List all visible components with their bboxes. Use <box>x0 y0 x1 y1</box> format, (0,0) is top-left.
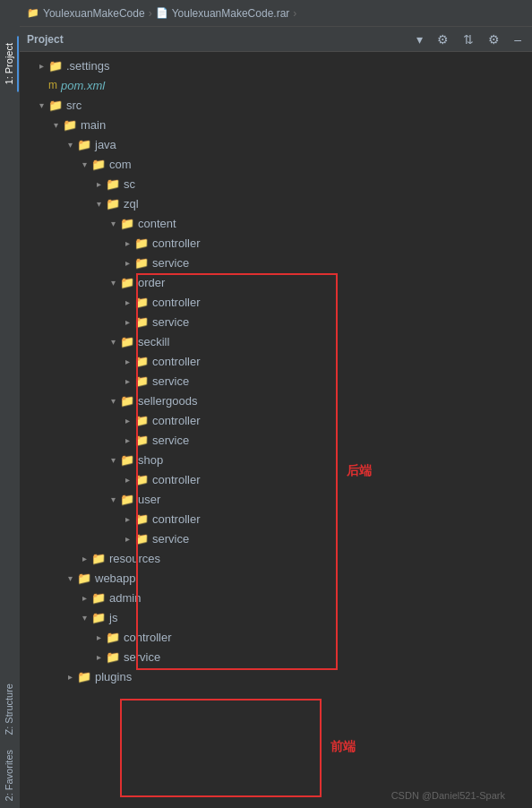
tree-item-admin[interactable]: 📁admin <box>20 588 532 607</box>
arrow-sellergoods-service <box>120 435 134 445</box>
tree-item-seckill-controller[interactable]: 📁controller <box>20 351 532 371</box>
folder-icon-sellergoods: 📁 <box>120 394 134 408</box>
arrow-com <box>77 159 91 169</box>
arrow-order <box>106 278 120 288</box>
tree-item-sc[interactable]: 📁sc <box>20 174 532 193</box>
arrow-shop <box>106 455 120 465</box>
breadcrumb-item-1[interactable]: YoulexuanMakeCode <box>43 7 145 20</box>
tree-item-content-controller[interactable]: 📁controller <box>20 233 532 253</box>
tree-item-js[interactable]: 📁js <box>20 607 532 627</box>
item-label-zql: zql <box>124 197 139 211</box>
toolbar-minimize-btn[interactable]: – <box>511 30 525 48</box>
item-label-js-service: service <box>124 650 160 664</box>
item-label-sellergoods: sellergoods <box>138 394 198 408</box>
tree-item-user-service[interactable]: 📁service <box>20 529 532 548</box>
tree-item-sellergoods-controller[interactable]: 📁controller <box>20 410 532 430</box>
item-label-com: com <box>109 158 132 171</box>
arrow-resources <box>77 554 91 563</box>
folder-icon-webapp: 📁 <box>77 572 91 585</box>
tree-item-settings[interactable]: 📁.settings <box>20 56 532 75</box>
item-label-content: content <box>138 217 176 230</box>
breadcrumb-bar: 📁 YoulexuanMakeCode › 📄 YoulexuanMakeCod… <box>20 0 532 27</box>
tab-project[interactable]: 1: Project <box>1 36 19 91</box>
arrow-seckill-controller <box>120 357 134 366</box>
arrow-settings <box>34 61 48 71</box>
arrow-order-service <box>120 317 134 327</box>
item-label-settings: .settings <box>66 59 109 73</box>
arrow-js-controller <box>91 632 106 642</box>
folder-icon-zql: 📁 <box>106 197 120 211</box>
folder-icon-sc: 📁 <box>106 177 120 191</box>
project-tree: 📁.settingsmpom.xml📁src📁main📁java📁com📁sc📁… <box>20 52 532 690</box>
arrow-admin <box>77 593 91 603</box>
tree-item-webapp[interactable]: 📁webapp <box>20 568 532 588</box>
tree-item-js-controller[interactable]: 📁controller <box>20 627 532 647</box>
toolbar-dropdown-btn[interactable]: ▾ <box>413 30 426 48</box>
item-label-sellergoods-service: service <box>152 434 189 447</box>
tree-item-content[interactable]: 📁content <box>20 213 532 233</box>
tree-item-user[interactable]: 📁user <box>20 489 532 509</box>
tree-panel-wrapper: 📁.settingsmpom.xml📁src📁main📁java📁com📁sc📁… <box>20 52 532 808</box>
tree-item-plugins[interactable]: 📁plugins <box>20 666 532 686</box>
tab-structure[interactable]: Z: Structure <box>1 676 19 742</box>
arrow-seckill <box>106 337 120 347</box>
tree-item-pom[interactable]: mpom.xml <box>20 75 532 95</box>
folder-icon-seckill-service: 📁 <box>134 374 149 388</box>
tree-item-seckill-service[interactable]: 📁service <box>20 371 532 391</box>
folder-icon-plugins: 📁 <box>77 670 91 683</box>
item-label-sellergoods-controller: controller <box>152 414 200 427</box>
folder-icon-content-service: 📁 <box>134 256 149 270</box>
item-label-shop: shop <box>138 453 163 467</box>
tree-item-com[interactable]: 📁com <box>20 154 532 174</box>
item-label-js: js <box>109 611 117 624</box>
folder-icon-seckill: 📁 <box>120 335 134 348</box>
tab-favorites[interactable]: 2: Favorites <box>1 743 19 808</box>
item-label-order-service: service <box>152 315 189 329</box>
arrow-webapp <box>63 573 77 583</box>
folder-icon-order-service: 📁 <box>134 315 149 329</box>
tree-item-js-service[interactable]: 📁service <box>20 647 532 666</box>
arrow-js-service <box>91 652 106 662</box>
item-label-java: java <box>95 138 116 151</box>
toolbar-settings-btn2[interactable]: ⚙ <box>485 30 503 48</box>
item-label-pom: pom.xml <box>61 79 105 92</box>
arrow-shop-controller <box>120 475 134 485</box>
item-label-user-controller: controller <box>152 512 200 526</box>
tree-item-shop-controller[interactable]: 📁controller <box>20 469 532 489</box>
tree-item-order-controller[interactable]: 📁controller <box>20 292 532 312</box>
tree-item-sellergoods-service[interactable]: 📁service <box>20 430 532 450</box>
arrow-java <box>63 140 77 150</box>
tree-item-order-service[interactable]: 📁service <box>20 312 532 331</box>
folder-icon-java: 📁 <box>77 138 91 151</box>
toolbar-sort-btn[interactable]: ⇅ <box>459 30 477 48</box>
tree-item-zql[interactable]: 📁zql <box>20 193 532 213</box>
item-label-seckill-controller: controller <box>152 355 200 368</box>
item-label-order: order <box>138 276 165 289</box>
folder-icon-user: 📁 <box>120 493 134 506</box>
folder-icon-order-controller: 📁 <box>134 296 149 309</box>
tree-item-sellergoods[interactable]: 📁sellergoods <box>20 391 532 410</box>
tree-item-java[interactable]: 📁java <box>20 134 532 154</box>
item-label-content-service: service <box>152 256 189 270</box>
tree-item-content-service[interactable]: 📁service <box>20 253 532 272</box>
arrow-sc <box>91 179 106 189</box>
item-label-webapp: webapp <box>95 572 136 585</box>
arrow-user-service <box>120 534 134 544</box>
breadcrumb-item-2[interactable]: YoulexuanMakeCode.rar <box>172 7 290 20</box>
watermark: CSDN @Daniel521-Spark <box>391 790 505 801</box>
toolbar-settings-btn1[interactable]: ⚙ <box>433 30 452 48</box>
breadcrumb-sep-1: › <box>149 7 152 20</box>
folder-icon-sellergoods-controller: 📁 <box>134 414 149 427</box>
tree-item-shop[interactable]: 📁shop <box>20 450 532 469</box>
tree-item-src[interactable]: 📁src <box>20 95 532 115</box>
tree-item-resources[interactable]: 📁resources <box>20 548 532 568</box>
tree-item-seckill[interactable]: 📁seckill <box>20 331 532 351</box>
tree-item-user-controller[interactable]: 📁controller <box>20 509 532 529</box>
folder-icon-js-controller: 📁 <box>106 631 120 644</box>
arrow-src <box>34 100 48 110</box>
breadcrumb-sep-2: › <box>293 7 296 20</box>
tree-item-main[interactable]: 📁main <box>20 115 532 134</box>
item-label-user: user <box>138 493 160 506</box>
tree-item-order[interactable]: 📁order <box>20 272 532 292</box>
arrow-sellergoods <box>106 396 120 406</box>
